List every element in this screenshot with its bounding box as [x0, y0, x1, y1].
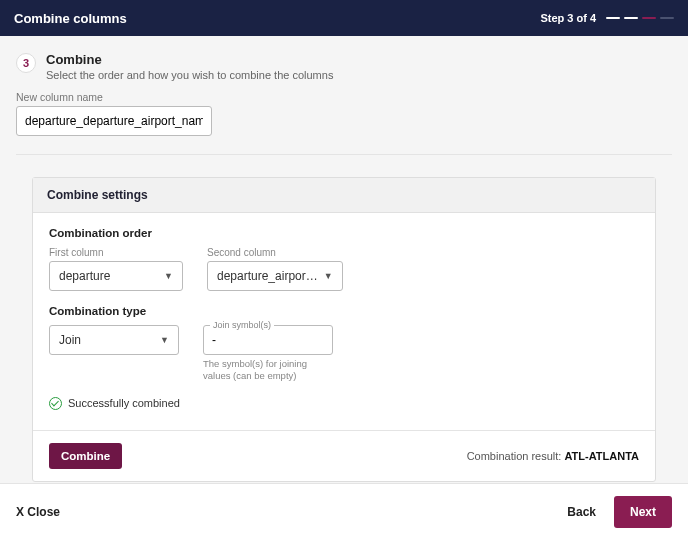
combination-type-select[interactable]: Join ▼: [49, 325, 179, 355]
step-text: Step 3 of 4: [540, 12, 596, 24]
combination-order-label: Combination order: [49, 227, 639, 239]
new-column-name-input[interactable]: [16, 106, 212, 136]
first-column-select[interactable]: departure ▼: [49, 261, 183, 291]
combination-type-value: Join: [59, 333, 81, 347]
new-column-label: New column name: [16, 91, 672, 103]
second-column-select[interactable]: departure_airpor… ▼: [207, 261, 343, 291]
check-circle-icon: [49, 397, 62, 410]
second-column-value: departure_airpor…: [217, 269, 318, 283]
first-column-value: departure: [59, 269, 110, 283]
wizard-step-header: 3 Combine Select the order and how you w…: [16, 52, 672, 81]
step-title: Combine: [46, 52, 333, 67]
success-message: Successfully combined: [49, 397, 639, 410]
join-symbol-helper: The symbol(s) for joining values (can be…: [203, 358, 333, 383]
chevron-down-icon: ▼: [160, 335, 169, 345]
step-number-badge: 3: [16, 53, 36, 73]
step-dash-3: [642, 17, 656, 20]
second-column-label: Second column: [207, 247, 343, 258]
combine-settings-panel: Combine settings Combination order First…: [32, 177, 656, 482]
first-column-label: First column: [49, 247, 183, 258]
result-label: Combination result:: [467, 450, 565, 462]
step-progress-bar: [606, 17, 674, 20]
step-indicator: Step 3 of 4: [540, 12, 674, 24]
modal-footer: X Close Back Next: [0, 483, 688, 540]
back-button[interactable]: Back: [567, 505, 596, 519]
chevron-down-icon: ▼: [164, 271, 173, 281]
result-value: ATL-ATLANTA: [564, 450, 639, 462]
step-dash-2: [624, 17, 638, 20]
step-subtitle: Select the order and how you wish to com…: [46, 69, 333, 81]
chevron-down-icon: ▼: [324, 271, 333, 281]
success-text: Successfully combined: [68, 397, 180, 409]
step-dash-1: [606, 17, 620, 20]
combine-button[interactable]: Combine: [49, 443, 122, 469]
divider: [16, 154, 672, 155]
join-symbol-label: Join symbol(s): [210, 320, 274, 330]
join-symbol-input[interactable]: [204, 326, 332, 354]
close-button[interactable]: X Close: [16, 505, 60, 519]
combination-result: Combination result: ATL-ATLANTA: [467, 450, 639, 462]
panel-title: Combine settings: [33, 178, 655, 213]
modal-title: Combine columns: [14, 11, 127, 26]
step-dash-4: [660, 17, 674, 20]
join-symbol-field: Join symbol(s): [203, 325, 333, 355]
combination-type-label: Combination type: [49, 305, 639, 317]
modal-header: Combine columns Step 3 of 4: [0, 0, 688, 36]
next-button[interactable]: Next: [614, 496, 672, 528]
